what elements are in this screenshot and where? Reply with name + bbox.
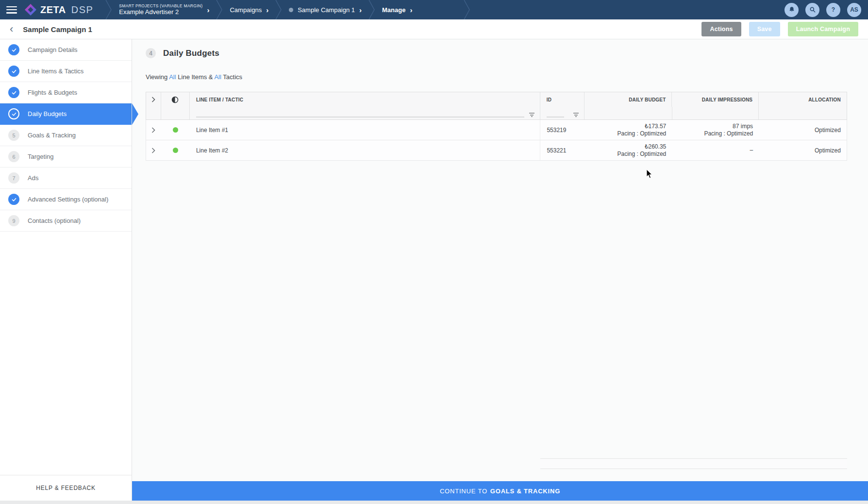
header-buttons: Actions Save Launch Campaign: [694, 22, 858, 36]
breadcrumb-separator-icon: [105, 0, 113, 19]
breadcrumb-campaigns[interactable]: Campaigns ›: [223, 0, 275, 19]
expand-row-button[interactable]: [146, 140, 161, 160]
column-header-id[interactable]: ID: [540, 92, 584, 107]
breadcrumb-spacer: [418, 0, 463, 19]
filter-cell-daily-impressions: [672, 107, 759, 119]
filter-cell-expand: [146, 107, 161, 119]
sidebar-item-label: Campaign Details: [28, 46, 78, 53]
step-number-badge: 5: [8, 130, 19, 141]
app-screen: ZETA DSP SMART PROJECTS (VARIABLE MARGIN…: [0, 0, 868, 504]
chevron-right-icon[interactable]: ›: [410, 6, 412, 14]
breadcrumb-campaign-label: Sample Campaign 1: [298, 6, 355, 14]
breadcrumb: SMART PROJECTS (VARIABLE MARGIN) Example…: [105, 0, 471, 19]
column-header-allocation[interactable]: ALLOCATION: [759, 92, 847, 107]
campaign-header: ‹ Sample Campaign 1 Actions Save Launch …: [0, 19, 868, 39]
user-avatar[interactable]: AS: [847, 3, 861, 17]
active-status-dot-icon: [173, 148, 178, 153]
daily-budget-cell[interactable]: ₺260.35 Pacing : Optimized: [584, 140, 672, 160]
budget-pacing-label: Pacing : Optimized: [618, 151, 667, 158]
sidebar-item-contacts[interactable]: 9 Contacts (optional): [0, 210, 132, 232]
daily-impressions-cell[interactable]: 87 imps Pacing : Optimized: [672, 120, 759, 140]
daily-impressions-cell[interactable]: –: [672, 140, 759, 160]
help-feedback-button[interactable]: HELP & FEEDBACK: [0, 475, 132, 501]
check-icon: [8, 44, 19, 55]
campaign-steps-sidebar: Campaign Details Line Items & Tactics Fl…: [0, 39, 132, 475]
active-status-dot-icon: [173, 127, 178, 133]
notifications-button[interactable]: [785, 3, 799, 17]
chevron-right-icon[interactable]: ›: [207, 6, 209, 14]
check-icon: [8, 194, 19, 205]
filter-funnel-icon[interactable]: [529, 113, 535, 118]
sidebar-item-targeting[interactable]: 6 Targeting: [0, 146, 132, 168]
filter-funnel-icon[interactable]: [573, 113, 579, 118]
sidebar-item-label: Advanced Settings (optional): [28, 196, 108, 203]
breadcrumb-advertiser[interactable]: SMART PROJECTS (VARIABLE MARGIN) Example…: [113, 0, 216, 19]
daily-impressions-value: 87 imps: [733, 123, 753, 130]
chevron-right-icon[interactable]: ›: [266, 6, 268, 14]
line-item-name-cell[interactable]: Line Item #2: [190, 140, 540, 160]
search-button[interactable]: [805, 3, 819, 17]
help-button[interactable]: ?: [826, 3, 840, 17]
all-line-items-link[interactable]: All: [169, 73, 176, 81]
line-item-id-cell: 553221: [540, 140, 584, 160]
viewing-prefix: Viewing: [146, 73, 167, 81]
line-item-filter-input[interactable]: [196, 111, 524, 118]
continue-button[interactable]: CONTINUE TO GOALS & TRACKING: [132, 481, 868, 501]
daily-budget-value: ₺260.35: [645, 143, 666, 151]
allocation-cell[interactable]: Optimized: [759, 120, 847, 140]
breadcrumb-project-label: SMART PROJECTS (VARIABLE MARGIN): [119, 3, 202, 9]
zeta-dsp-logo[interactable]: ZETA DSP: [24, 3, 93, 16]
breadcrumb-campaigns-label: Campaigns: [230, 6, 262, 14]
actions-button[interactable]: Actions: [701, 22, 741, 36]
allocation-cell[interactable]: Optimized: [759, 140, 847, 160]
filter-cell-daily-budget: [584, 107, 672, 119]
search-icon: [809, 6, 816, 13]
breadcrumb-campaign[interactable]: Sample Campaign 1 ›: [283, 0, 368, 19]
campaign-status-dot-icon: [289, 8, 293, 12]
bell-icon: [788, 6, 795, 13]
chevron-right-icon[interactable]: ›: [359, 6, 362, 14]
sidebar-item-campaign-details[interactable]: Campaign Details: [0, 39, 132, 61]
column-header-line-item[interactable]: LINE ITEM / TACTIC: [190, 92, 540, 107]
back-button[interactable]: ‹: [8, 24, 15, 34]
chevron-right-icon: [151, 148, 155, 153]
column-header-daily-budget[interactable]: DAILY BUDGET: [584, 92, 672, 107]
sidebar-item-daily-budgets[interactable]: Daily Budgets: [0, 103, 132, 125]
all-tactics-link[interactable]: All: [214, 73, 221, 81]
sidebar-item-label: Line Items & Tactics: [28, 67, 83, 75]
horizontal-scrollbar-track[interactable]: [540, 458, 847, 469]
id-filter-input[interactable]: [547, 111, 564, 118]
launch-campaign-button[interactable]: Launch Campaign: [788, 22, 858, 36]
zeta-diamond-icon: [24, 3, 37, 16]
breadcrumb-manage-label: Manage: [382, 6, 405, 14]
bottom-strip: [0, 501, 868, 504]
breadcrumb-separator-icon: [463, 0, 471, 19]
sidebar-item-ads[interactable]: 7 Ads: [0, 168, 132, 189]
check-icon: [8, 66, 19, 77]
step-number-badge: 7: [8, 172, 19, 184]
row-status-cell: [161, 140, 190, 160]
sidebar-item-label: Flights & Budgets: [28, 89, 77, 96]
line-item-id-cell: 553219: [540, 120, 584, 140]
hamburger-menu-icon[interactable]: [6, 6, 17, 14]
impressions-pacing-label: Pacing : Optimized: [704, 130, 753, 137]
sidebar-item-goals-tracking[interactable]: 5 Goals & Tracking: [0, 125, 132, 146]
page-title: Sample Campaign 1: [23, 25, 92, 34]
line-item-name-cell[interactable]: Line Item #1: [190, 120, 540, 140]
viewing-mid: Line Items &: [178, 73, 213, 81]
breadcrumb-separator-icon: [275, 0, 283, 19]
sidebar-item-line-items-tactics[interactable]: Line Items & Tactics: [0, 61, 132, 82]
status-column-header[interactable]: [161, 92, 190, 107]
chevron-right-icon: [151, 97, 155, 102]
save-button[interactable]: Save: [749, 22, 780, 36]
sidebar-item-flights-budgets[interactable]: Flights & Budgets: [0, 82, 132, 103]
sidebar-item-advanced-settings[interactable]: Advanced Settings (optional): [0, 189, 132, 210]
daily-budget-cell[interactable]: ₺173.57 Pacing : Optimized: [584, 120, 672, 140]
section-heading: 4 Daily Budgets: [146, 48, 868, 58]
product-name: DSP: [71, 4, 94, 16]
breadcrumb-manage[interactable]: Manage ›: [376, 0, 418, 19]
daily-impressions-value: –: [750, 147, 753, 154]
expand-all-header[interactable]: [146, 92, 161, 107]
expand-row-button[interactable]: [146, 120, 161, 140]
column-header-daily-impressions[interactable]: DAILY IMPRESSIONS: [672, 92, 759, 107]
